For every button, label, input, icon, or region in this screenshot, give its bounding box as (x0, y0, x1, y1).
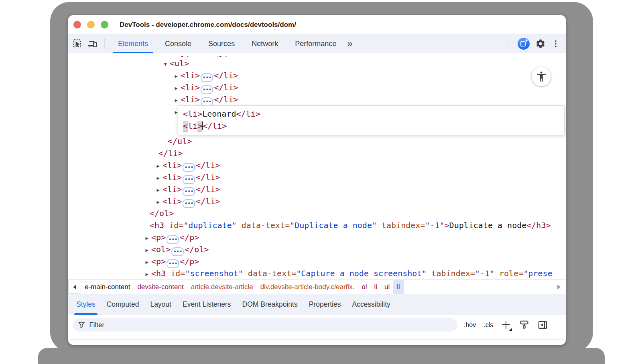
code-token-tag: <li> (181, 71, 200, 80)
tab-sources[interactable]: Sources (200, 34, 243, 53)
chevron-right-icon[interactable]: ▶ (142, 232, 151, 244)
sidebar-tab-event-listeners[interactable]: Event Listeners (177, 294, 237, 315)
breadcrumb-item[interactable]: devsite-content (134, 280, 187, 294)
code-token-tag: <li> (183, 109, 202, 119)
dom-row[interactable]: ▶<li>•••</li> (68, 81, 566, 93)
laptop-base (38, 348, 605, 364)
window-titlebar: DevTools - developer.chrome.com/docs/dev… (68, 15, 566, 34)
zoom-window-button[interactable] (101, 21, 108, 28)
accessibility-person-icon[interactable] (532, 67, 551, 86)
breadcrumb-item[interactable]: li (393, 280, 404, 294)
dom-row[interactable]: ▶<li>•••</li> (68, 159, 566, 171)
filter-funnel-icon (78, 321, 85, 329)
dom-row-content: ▶<li>•••</li> (154, 196, 220, 206)
chevron-right-icon[interactable]: ▶ (154, 196, 163, 208)
minimize-window-button[interactable] (87, 21, 95, 28)
expand-ellipsis-badge[interactable]: ••• (183, 199, 195, 208)
chevron-left-icon (73, 285, 76, 289)
expand-ellipsis-badge[interactable]: ••• (201, 97, 213, 106)
dom-row[interactable]: ▶<p>•••</p> (68, 255, 566, 267)
tab-performance[interactable]: Performance (286, 34, 345, 53)
dom-row[interactable]: ▶<li>•••</li> (68, 93, 566, 105)
toggle-sidebar-icon[interactable] (537, 320, 548, 330)
breadcrumb-scroll-left-button[interactable] (68, 280, 81, 294)
inspect-icon[interactable] (71, 38, 83, 50)
breadcrumb-item[interactable]: article.devsite-article (187, 280, 257, 294)
code-token-attr: tabindex= (382, 220, 425, 230)
expand-ellipsis-badge[interactable]: ••• (201, 73, 213, 82)
kebab-menu-icon[interactable] (550, 38, 562, 50)
code-token-tag: > (445, 220, 449, 230)
chevron-right-icon[interactable]: ▶ (142, 268, 151, 279)
code-token-text (427, 269, 431, 278)
filter-input-wrapper[interactable] (73, 318, 457, 332)
class-toggle-button[interactable]: .cls (484, 322, 493, 329)
chevron-down-icon[interactable]: ▼ (161, 58, 170, 70)
dom-row[interactable]: ▶<li>•••</li> (68, 69, 566, 81)
breadcrumb-item[interactable]: ol (358, 280, 370, 294)
expand-ellipsis-badge[interactable]: ••• (167, 259, 179, 268)
breadcrumb-item[interactable]: ul (381, 280, 393, 294)
code-token-tag: </ol> (150, 208, 174, 218)
chevron-right-icon[interactable]: ▶ (172, 82, 181, 94)
code-token-tag: <li> (176, 55, 195, 57)
expand-ellipsis-badge[interactable]: ••• (183, 187, 195, 196)
close-window-button[interactable] (73, 21, 81, 28)
chevron-right-icon[interactable]: ▶ (154, 160, 163, 172)
sidebar-tab-layout[interactable]: Layout (144, 294, 177, 315)
dom-row[interactable]: ▶<li>•••</li> (68, 195, 566, 207)
dom-row[interactable]: ▶<li>•••</li> (68, 53, 566, 57)
chevron-right-icon[interactable]: ▶ (142, 256, 151, 268)
code-token-text (494, 269, 499, 278)
dom-row[interactable]: <h3 id="duplicate" data-text="Duplicate … (68, 219, 566, 231)
tab-console[interactable]: Console (156, 34, 200, 53)
expand-ellipsis-badge[interactable]: ••• (171, 247, 184, 256)
breadcrumb-scroll-right-button[interactable] (552, 280, 566, 294)
dom-row-content: ▶<h3 id="screenshot" data-text="Capture … (142, 269, 552, 278)
expand-ellipsis-badge[interactable]: ••• (167, 235, 179, 244)
rendering-paintbrush-icon[interactable] (519, 320, 530, 330)
chevron-right-icon[interactable]: ▶ (154, 184, 163, 196)
dom-row-content: ▼<ul> (161, 59, 189, 68)
devtools-window: DevTools - developer.chrome.com/docs/dev… (68, 15, 566, 345)
breadcrumb-item[interactable]: e-main-content (81, 280, 134, 294)
dom-row[interactable]: </ul> (68, 135, 566, 147)
expand-ellipsis-badge[interactable]: ••• (183, 163, 195, 172)
dom-row[interactable]: </li> (68, 147, 566, 159)
breadcrumb-item[interactable]: li (371, 280, 381, 294)
dom-edit-textbox[interactable]: <li>Leonard</li><li></li> (178, 105, 565, 135)
dom-row[interactable]: ▶<p>•••</p> (68, 231, 566, 243)
settings-gear-icon[interactable] (534, 38, 547, 50)
filter-input[interactable] (89, 321, 453, 329)
toolbar-divider (104, 38, 105, 49)
chevron-right-icon[interactable]: ▶ (167, 54, 176, 57)
expand-ellipsis-badge[interactable]: ••• (183, 175, 195, 184)
chevron-right-icon[interactable]: ▶ (172, 94, 181, 106)
sidebar-tab-properties[interactable]: Properties (303, 294, 347, 315)
sidebar-tab-dom-breakpoints[interactable]: DOM Breakpoints (237, 294, 303, 315)
toolbar-right-controls (502, 34, 562, 53)
tab-network[interactable]: Network (243, 34, 286, 53)
chevron-right-icon[interactable]: ▶ (142, 244, 151, 256)
chevron-right-icon[interactable]: ▶ (172, 70, 181, 82)
sidebar-tab-computed[interactable]: Computed (101, 294, 145, 315)
new-style-rule-plus-icon[interactable] (501, 320, 511, 330)
expand-ellipsis-badge[interactable]: ••• (201, 85, 213, 94)
dom-row[interactable]: ▼<ul> (68, 57, 566, 69)
sidebar-tab-accessibility[interactable]: Accessibility (346, 294, 396, 315)
dom-row[interactable]: ▶<ol>•••</ol> (68, 243, 566, 255)
pseudo-state-button[interactable]: :hov (464, 322, 476, 329)
dom-row[interactable]: ▶<li>•••</li> (68, 171, 566, 183)
sidebar-tab-styles[interactable]: Styles (71, 294, 101, 315)
code-token-val: "Duplicate a node" (290, 220, 377, 230)
dom-row[interactable]: ▶<h3 id="screenshot" data-text="Capture … (68, 267, 566, 279)
code-token-tag: <li> (163, 184, 182, 194)
breadcrumb-item[interactable]: div.devsite-article-body.clearfix. (257, 280, 358, 294)
ai-assistant-icon[interactable] (518, 38, 530, 50)
dom-row[interactable]: ▶<li>•••</li> (68, 183, 566, 195)
device-toolbar-icon[interactable] (87, 38, 99, 50)
dom-row[interactable]: </ol> (68, 207, 566, 219)
chevron-right-icon[interactable]: ▶ (154, 172, 163, 184)
tab-elements[interactable]: Elements (110, 34, 156, 53)
more-tabs-button[interactable]: » (345, 39, 355, 49)
